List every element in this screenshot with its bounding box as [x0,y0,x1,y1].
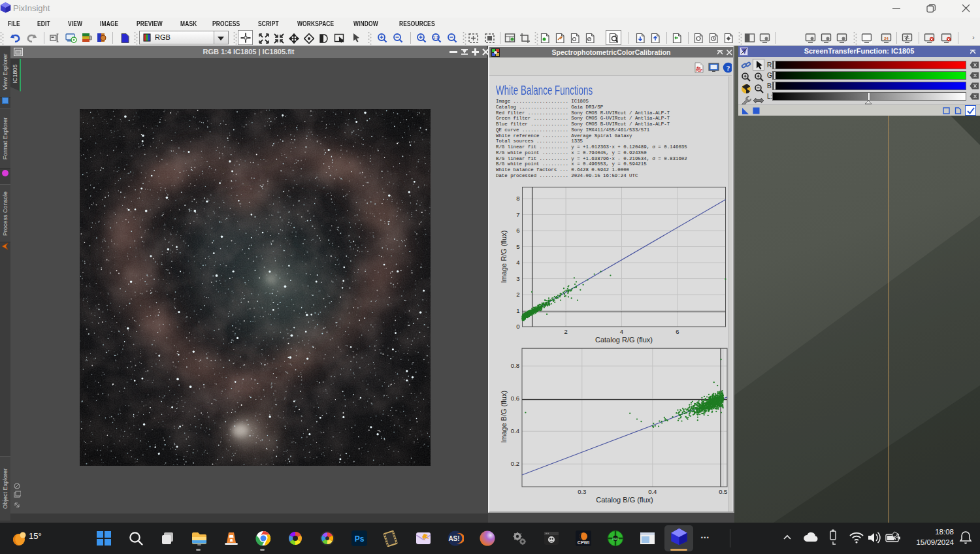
svg-text:24: 24 [884,37,889,41]
svg-text:3: 3 [516,275,519,282]
svg-text:0: 0 [516,323,519,330]
svg-text:0.2: 0.2 [511,460,519,467]
svg-text:AS!: AS! [448,535,459,542]
svg-text:0.4: 0.4 [511,427,519,434]
svg-text:6: 6 [516,227,519,234]
svg-text:PDF: PDF [696,69,702,73]
svg-text:PHD: PHD [612,538,619,541]
svg-text:5: 5 [516,243,519,250]
svg-text:8: 8 [516,195,519,202]
svg-text:Catalog R/G (flux): Catalog R/G (flux) [595,336,653,344]
svg-text:Ps: Ps [355,534,365,544]
svg-text:0.4: 0.4 [648,488,657,495]
svg-text:2: 2 [516,291,519,298]
svg-text:Image R/G (flux): Image R/G (flux) [500,231,508,284]
svg-text:?: ? [727,64,730,72]
svg-text:Image B/G (flux): Image B/G (flux) [500,391,508,443]
svg-text:0.5: 0.5 [719,488,727,495]
svg-text:0.8: 0.8 [511,362,519,369]
svg-text:4: 4 [516,259,519,266]
svg-text:CPWI: CPWI [578,540,589,545]
svg-text:1: 1 [516,307,519,314]
svg-text:1:1: 1:1 [433,35,439,40]
svg-text:7: 7 [516,211,519,218]
svg-text:4: 4 [620,328,623,335]
svg-text:0.6: 0.6 [511,395,519,402]
svg-text:Catalog B/G (flux): Catalog B/G (flux) [596,496,653,504]
svg-text:0.3: 0.3 [578,488,586,495]
svg-text:6: 6 [676,328,679,335]
svg-text:2: 2 [564,328,567,335]
